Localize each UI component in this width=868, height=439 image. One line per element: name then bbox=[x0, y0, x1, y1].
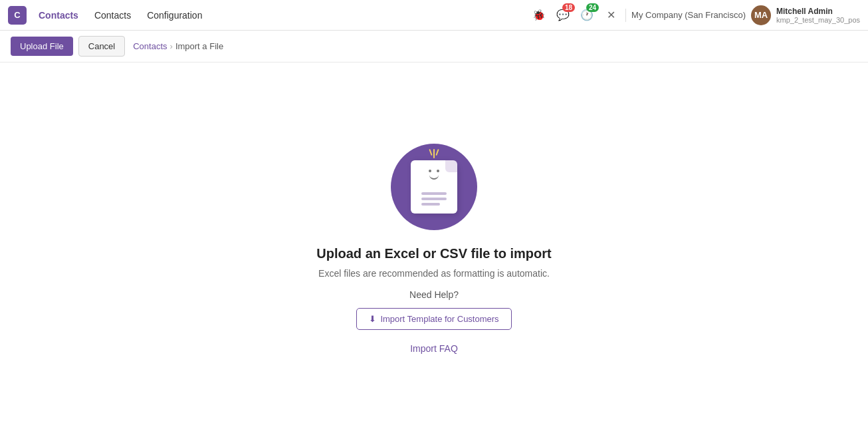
topbar-right: 🐞 💬 18 🕐 24 ✕ My Company (San Francisco)… bbox=[530, 5, 860, 25]
top-nav: Contacts Contacts Configuration bbox=[32, 6, 524, 25]
breadcrumb-parent[interactable]: Contacts bbox=[133, 41, 167, 51]
topbar-divider bbox=[625, 9, 626, 22]
nav-contacts-link[interactable]: Contacts bbox=[88, 6, 138, 25]
import-faq-link[interactable]: Import FAQ bbox=[410, 343, 458, 354]
activity-button[interactable]: 🕐 24 bbox=[578, 6, 596, 25]
topbar: C Contacts Contacts Configuration 🐞 💬 18… bbox=[0, 0, 868, 31]
document-icon bbox=[411, 160, 457, 214]
download-icon: ⬇ bbox=[369, 314, 376, 324]
doc-line-3 bbox=[421, 203, 440, 206]
breadcrumb-separator: › bbox=[170, 41, 173, 51]
activity-badge: 24 bbox=[586, 3, 599, 12]
main-content: Upload an Excel or CSV file to import Ex… bbox=[0, 63, 868, 435]
doc-eye-right bbox=[437, 170, 439, 172]
sparkles-container bbox=[430, 149, 438, 158]
doc-eye-left bbox=[429, 170, 431, 172]
company-name: My Company (San Francisco) bbox=[631, 10, 746, 20]
doc-smile bbox=[429, 175, 439, 180]
need-help-text: Need Help? bbox=[409, 289, 459, 300]
doc-eyes bbox=[429, 170, 439, 172]
cancel-button[interactable]: Cancel bbox=[78, 36, 125, 57]
chat-button[interactable]: 💬 18 bbox=[554, 6, 572, 25]
breadcrumb-current: Import a File bbox=[175, 41, 223, 51]
user-sub: kmp_2_test_may_30_pos bbox=[776, 16, 860, 24]
doc-lines bbox=[421, 192, 447, 206]
toolbar: Upload File Cancel Contacts › Import a F… bbox=[0, 31, 868, 63]
avatar[interactable]: MA bbox=[751, 5, 771, 25]
doc-line-1 bbox=[421, 192, 447, 195]
user-info: Mitchell Admin kmp_2_test_may_30_pos bbox=[776, 7, 860, 24]
user-name: Mitchell Admin bbox=[776, 7, 860, 16]
nav-configuration[interactable]: Configuration bbox=[140, 6, 209, 25]
upload-description: Excel files are recommended as formattin… bbox=[318, 268, 550, 279]
doc-face bbox=[429, 170, 439, 180]
breadcrumb: Contacts › Import a File bbox=[133, 41, 223, 51]
import-template-label: Import Template for Customers bbox=[380, 314, 498, 324]
app-logo[interactable]: C bbox=[8, 6, 27, 25]
bug-button[interactable]: 🐞 bbox=[530, 6, 548, 25]
upload-title: Upload an Excel or CSV file to import bbox=[316, 246, 551, 261]
sparkle-left bbox=[429, 149, 432, 156]
sparkle-center bbox=[433, 149, 435, 158]
import-template-button[interactable]: ⬇ Import Template for Customers bbox=[356, 308, 511, 330]
close-button[interactable]: ✕ bbox=[601, 6, 620, 25]
illustration bbox=[391, 144, 477, 230]
chat-badge: 18 bbox=[562, 3, 575, 12]
upload-file-button[interactable]: Upload File bbox=[11, 37, 73, 56]
sparkle-right bbox=[435, 149, 439, 156]
doc-line-2 bbox=[421, 198, 447, 200]
nav-contacts[interactable]: Contacts bbox=[32, 6, 85, 25]
